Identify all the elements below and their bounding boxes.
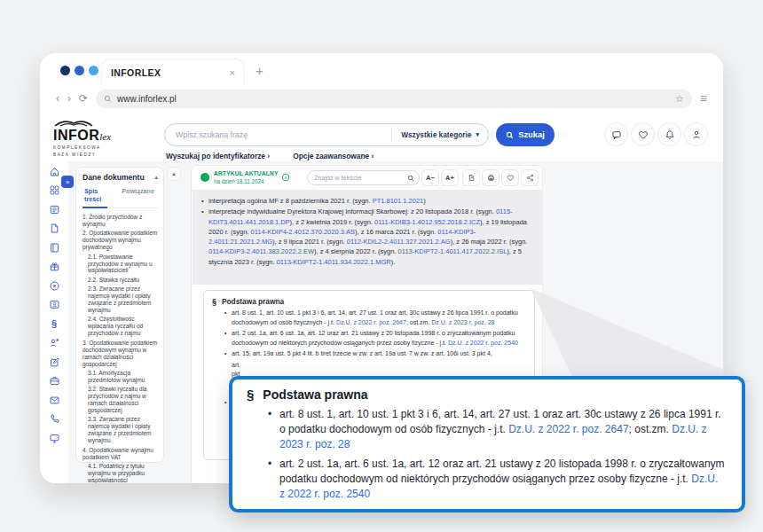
search-button-label: Szukaj [518,130,544,139]
search-icon [407,175,414,182]
gift-icon[interactable] [48,261,60,273]
legal-link[interactable]: 0114-KDIP4-2.4012.370.2020.3.AS [251,228,355,236]
text-segment: ) [423,197,426,205]
toc-item[interactable]: 4. Opodatkowanie wynajmu podatkiem VAT [83,447,158,461]
window-dot-3[interactable] [89,66,98,75]
legal-link[interactable]: Dz.U. z 2023 r. poz. 28 [431,319,494,325]
share-button[interactable] [522,170,538,185]
webinar-icon[interactable] [48,299,60,311]
document-highlighted-block: interpretacja ogólna MF z 8 października… [193,191,543,285]
tab-spis-tresci[interactable]: Spis treści [83,187,107,208]
tab-powiazane[interactable]: Powiązane [120,187,158,207]
icon-rail-items: § [40,165,68,444]
window-dot-1[interactable] [60,66,70,75]
window-dot-2[interactable] [75,66,84,75]
search-input[interactable] [165,130,391,139]
heart-icon [638,129,649,140]
status-date: na dzień 18.11.2024 [214,177,279,185]
briefcase-icon[interactable] [48,375,60,387]
scroll-top-button[interactable]: ▴ [168,168,180,180]
list-item: art. 15, art. 19a ust. 5 pkt 4 lit. b ti… [224,349,525,359]
apps-grid-icon[interactable] [48,184,60,197]
category-dropdown[interactable]: Wszystkie kategorie ▾ [392,130,488,139]
find-in-text[interactable] [307,170,420,185]
edit-icon[interactable] [48,356,60,368]
mail-icon[interactable] [48,394,60,406]
search-button[interactable]: Szukaj [496,123,555,146]
printer-icon [487,174,495,182]
notifications-button[interactable] [658,123,680,145]
print-button[interactable] [483,170,499,185]
url-text: www.inforlex.pl [117,94,177,104]
panel-collapse-icon[interactable]: ▴ [154,174,158,181]
legal-link[interactable]: 0113-KDIPT2-1.4011.417.2022.2.ISL [398,247,507,255]
monitor-icon[interactable] [48,432,60,444]
toc-item[interactable]: 2.3. Zwracane przez najemcę wydatki i op… [83,286,158,314]
phone-icon[interactable] [48,413,60,426]
link-search-by-identifier[interactable]: Wyszukaj po identyfikatorze › [166,152,270,160]
legal-link[interactable]: 0114-KDIP3-2.4011.383.2022.2.EW [208,247,314,255]
toc-item[interactable]: 2.4. Częstotliwość wpłacania ryczałtu od… [83,316,158,337]
text-segment: interpretacja ogólna MF z 8 października… [208,197,373,205]
covered-text-fragment: art. [232,361,525,371]
book-icon[interactable] [48,241,60,254]
legal-link[interactable]: 0113-KDIPT2-1.4011.934.2022.1.MGR [277,258,391,266]
list-item: art. 8 ust. 1, art. 10 ust. 1 pkt 3 i 6,… [268,407,726,452]
toc-item[interactable]: 3. Opodatkowanie podatkiem dochodowym wy… [83,340,158,368]
favorite-button[interactable] [502,170,518,185]
home-icon[interactable] [48,165,60,177]
paragraph-icon: § [247,387,254,402]
bookmark-star-icon[interactable]: ☆ [675,93,684,105]
header-icons [605,123,707,145]
find-in-text-input[interactable] [308,173,407,183]
bell-icon [665,129,675,140]
legal-link[interactable]: 0111-KDIB3-1.4012.952.2018.2.ICZ [374,218,480,226]
legal-link[interactable]: Dz.U. z 2022 r. poz. 2540 [448,340,518,346]
paragraph-icon[interactable]: § [48,317,60,330]
toc-item[interactable]: 2. Opodatkowanie podatkiem dochodowym wy… [83,230,158,251]
eagle-icon [53,118,94,128]
toc-item[interactable]: 3.3. Zwracane przez najemcę wydatki i op… [83,416,158,444]
new-tab-button[interactable]: + [256,64,264,77]
search-icon [506,131,514,139]
sidebar-collapse-button[interactable]: » [61,176,74,188]
toc-item[interactable]: 1. Źródło przychodów z wynajmu [83,214,158,228]
video-icon[interactable] [48,279,60,292]
toc-item[interactable]: 4.1. Podatnicy z tytułu wynajmu w przypa… [83,463,158,483]
news-icon[interactable] [48,203,60,215]
forward-icon[interactable]: › [67,93,71,104]
toc-item[interactable]: 3.1. Amortyzacja przedmiotów wynajmu [83,370,158,384]
tab-close-icon[interactable]: × [230,67,235,78]
expert-icon[interactable] [48,337,60,349]
toc-item[interactable]: 2.1. Powstawanie przychodów z wynajmu u … [83,254,158,275]
legal-link[interactable]: Dz.U. z 2022 r. poz. 2647 [508,423,628,435]
favorites-button[interactable] [632,123,654,145]
main-search-bar[interactable]: Wszystkie kategorie ▾ [164,123,489,146]
document-data-panel: Dane dokumentu ▴ Spis treści Powiązane 1… [75,167,164,463]
text-segment: ), z 9 lipca 2021 r. (sygn. [272,238,347,246]
text-segment: ), z 2 kwietnia 2019 r. (sygn. [290,218,374,226]
tab-title: INFORLEX [111,67,161,78]
browser-menu-icon[interactable]: ≡ [700,91,707,106]
status-label: ARTYKUŁ AKTUALNY [214,169,279,177]
toc-item[interactable]: 3.2. Stawki ryczałtu dla przychodów z na… [83,386,158,414]
link-advanced-options[interactable]: Opcje zaawansowane › [293,152,374,160]
legal-link[interactable]: 0112-KDIL2-2.4011.327.2021.2.AG [347,238,451,246]
font-increase-button[interactable]: A+ [442,170,458,185]
toc-item[interactable]: 2.2. Stawka ryczałtu [83,277,158,284]
reload-icon[interactable]: ⟳ [79,93,88,104]
text-segment: ), z 16 marca 2021 r. (sygn. [355,228,437,236]
info-icon[interactable] [281,173,290,182]
chat-button[interactable] [605,123,627,145]
font-decrease-button[interactable]: A− [422,170,438,185]
url-bar[interactable]: www.inforlex.pl ☆ [96,90,692,108]
browser-tab[interactable]: INFORLEX × [102,59,244,85]
inforlex-logo[interactable]: INFORlex KOMPLEKSOWA BAZA WIEDZY [53,118,160,158]
logo-tagline-2: BAZA WIEDZY [53,153,160,158]
legal-link[interactable]: PT1.8101.1.2021 [373,197,424,205]
document-icon[interactable] [48,223,60,235]
account-button[interactable] [685,123,707,145]
back-icon[interactable]: ‹ [56,93,59,104]
legal-link[interactable]: Dz.U. z 2022 r. poz. 2647 [336,319,406,325]
export-button[interactable] [463,170,479,185]
